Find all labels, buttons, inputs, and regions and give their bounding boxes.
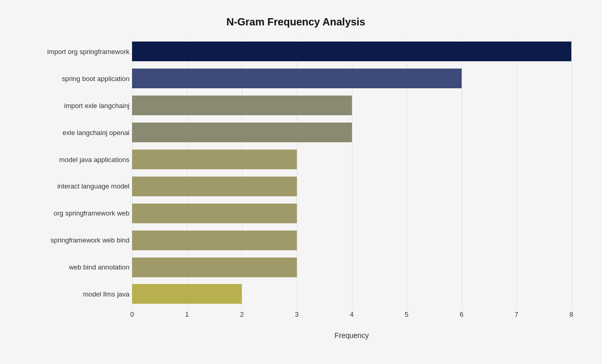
bar bbox=[132, 177, 297, 196]
bar-row bbox=[132, 176, 571, 197]
bar bbox=[132, 150, 297, 169]
x-axis-label-container: Frequency bbox=[132, 329, 571, 340]
bar-row bbox=[132, 257, 571, 278]
x-tick: 0 bbox=[130, 311, 134, 318]
bar bbox=[132, 42, 571, 61]
bar-row bbox=[132, 95, 571, 116]
y-label: model java applications bbox=[20, 147, 129, 172]
x-axis-section: 012345678 bbox=[132, 308, 571, 329]
bar bbox=[132, 231, 297, 250]
chart-container: N-Gram Frequency Analysis import org spr… bbox=[15, 6, 587, 359]
x-tick: 2 bbox=[240, 311, 244, 318]
bar bbox=[132, 69, 462, 88]
y-label: exle langchainj openai bbox=[20, 120, 129, 145]
bars-wrapper bbox=[132, 38, 571, 308]
y-label: web bind annotation bbox=[20, 255, 129, 280]
x-tick: 7 bbox=[515, 311, 518, 318]
x-tick: 1 bbox=[185, 311, 189, 318]
x-axis-label: Frequency bbox=[132, 331, 571, 340]
bars-and-grid bbox=[132, 38, 571, 308]
bar bbox=[132, 258, 297, 277]
bar bbox=[132, 96, 352, 115]
bar bbox=[132, 284, 242, 304]
bar bbox=[132, 123, 352, 142]
y-labels: import org springframeworkspring boot ap… bbox=[20, 38, 132, 308]
y-label: model llms java bbox=[20, 281, 129, 306]
bar bbox=[132, 204, 297, 223]
bar-row bbox=[132, 149, 571, 170]
y-label: springframework web bind bbox=[20, 228, 129, 253]
y-label: org springframework web bbox=[20, 201, 129, 226]
x-tick: 8 bbox=[569, 311, 573, 318]
bar-row bbox=[132, 41, 571, 62]
x-tick: 3 bbox=[295, 311, 298, 318]
bars-section: import org springframeworkspring boot ap… bbox=[20, 38, 571, 308]
y-label: interact language model bbox=[20, 174, 129, 199]
bar-row bbox=[132, 68, 571, 89]
bar-row bbox=[132, 283, 571, 305]
x-tick: 4 bbox=[350, 311, 354, 318]
bar-row bbox=[132, 203, 571, 224]
chart-area: import org springframeworkspring boot ap… bbox=[20, 38, 571, 340]
x-tick: 6 bbox=[460, 311, 463, 318]
y-label: import org springframework bbox=[20, 39, 129, 64]
y-label: import exle langchainj bbox=[20, 93, 129, 118]
bar-row bbox=[132, 230, 571, 251]
bar-row bbox=[132, 122, 571, 143]
x-ticks: 012345678 bbox=[132, 308, 571, 329]
grid-line bbox=[571, 38, 572, 308]
y-label: spring boot application bbox=[20, 66, 129, 91]
x-tick: 5 bbox=[405, 311, 409, 318]
chart-title: N-Gram Frequency Analysis bbox=[20, 16, 571, 28]
